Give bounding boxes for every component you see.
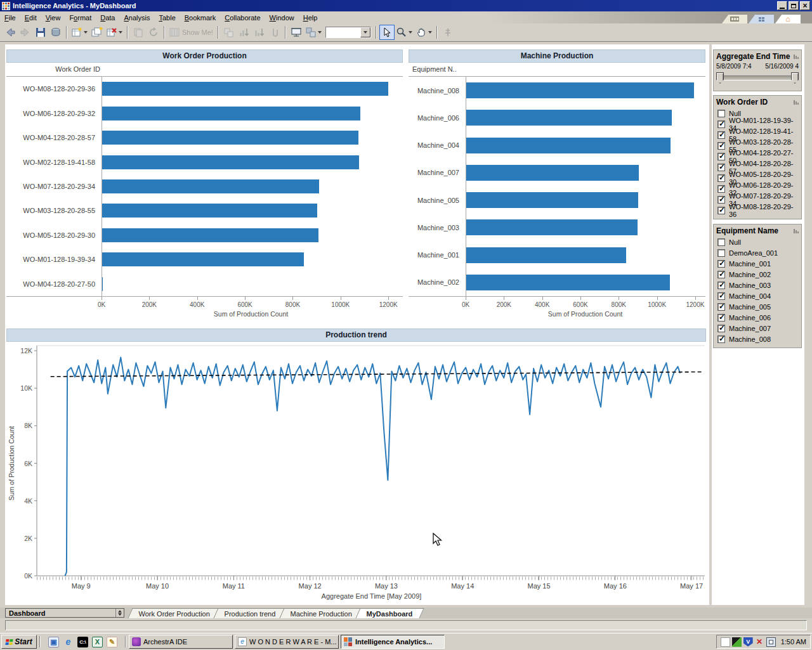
- menu-table[interactable]: Table: [154, 13, 180, 23]
- mini-chart-icon[interactable]: [794, 100, 799, 105]
- filter-checkbox-row[interactable]: Machine_003: [716, 280, 799, 290]
- checkbox[interactable]: [717, 174, 725, 182]
- bar[interactable]: [466, 82, 694, 98]
- checkbox[interactable]: [717, 185, 725, 193]
- task-button-ie-doc[interactable]: eW O N D E R W A R E - M...: [235, 635, 339, 649]
- bar[interactable]: [466, 219, 638, 235]
- presentation-mode-button[interactable]: [289, 25, 304, 40]
- checkbox[interactable]: [717, 142, 725, 150]
- checkbox[interactable]: [717, 249, 725, 257]
- start-button[interactable]: Start: [1, 635, 37, 649]
- task-button-analytics[interactable]: Intelligence Analytics...: [341, 635, 445, 649]
- checkbox[interactable]: [717, 271, 725, 278]
- checkbox[interactable]: [717, 238, 725, 246]
- grid-view-tab[interactable]: [749, 14, 774, 23]
- filter-checkbox-row[interactable]: DemoArea_001: [716, 247, 799, 258]
- checkbox[interactable]: [717, 110, 725, 117]
- selector-spinner[interactable]: [115, 609, 124, 617]
- checkbox[interactable]: [717, 292, 725, 300]
- checkbox[interactable]: [717, 260, 725, 268]
- checkbox[interactable]: [717, 325, 725, 332]
- checkbox[interactable]: [717, 164, 725, 171]
- excel-icon[interactable]: X: [92, 637, 103, 647]
- checkbox[interactable]: [717, 196, 725, 204]
- filter-checkbox-row[interactable]: Machine_007: [716, 323, 799, 334]
- duplicate-worksheet-button[interactable]: [89, 25, 105, 40]
- menu-window[interactable]: Window: [265, 13, 299, 23]
- tray-vm-icon[interactable]: [766, 637, 776, 647]
- task-button-archestra[interactable]: ArchestrA IDE: [129, 635, 233, 649]
- checkbox[interactable]: [717, 153, 725, 160]
- checkbox[interactable]: [717, 335, 725, 343]
- close-button[interactable]: ×: [800, 1, 810, 10]
- connect-to-data-button[interactable]: [48, 25, 63, 40]
- menu-collaborate[interactable]: Collaborate: [220, 13, 265, 23]
- filter-checkbox-row[interactable]: Machine_006: [716, 312, 799, 323]
- bar[interactable]: [102, 82, 388, 96]
- tray-analytics-icon[interactable]: [721, 637, 730, 647]
- checkbox[interactable]: [717, 282, 725, 289]
- sheet-tab-mydashboard[interactable]: MyDashboard: [356, 608, 424, 618]
- combobox-dropdown-button[interactable]: [360, 27, 370, 37]
- tray-flag-icon[interactable]: [732, 637, 742, 647]
- menu-view[interactable]: View: [41, 13, 65, 23]
- checkbox[interactable]: [717, 120, 725, 128]
- minimize-button[interactable]: [777, 1, 787, 10]
- bar[interactable]: [466, 138, 671, 153]
- bar[interactable]: [466, 110, 672, 126]
- filter-checkbox-row[interactable]: Machine_002: [716, 269, 799, 280]
- slider-handle-start[interactable]: [716, 72, 724, 84]
- bar[interactable]: [102, 131, 358, 145]
- bar[interactable]: [466, 192, 638, 208]
- checkbox[interactable]: [717, 207, 725, 214]
- menu-edit[interactable]: Edit: [20, 13, 41, 23]
- dashboard-selector[interactable]: Dashboard: [5, 608, 124, 618]
- new-worksheet-button[interactable]: [70, 25, 89, 40]
- sheet-tab-production-trend[interactable]: Production trend: [214, 608, 287, 618]
- bar[interactable]: [466, 165, 639, 181]
- sheet-tab-machine-production[interactable]: Machine Production: [279, 608, 363, 618]
- delete-worksheet-button[interactable]: [105, 25, 124, 40]
- tray-shield-icon[interactable]: V: [743, 637, 753, 647]
- checkbox[interactable]: [717, 314, 725, 322]
- toolbar-combobox[interactable]: [325, 27, 371, 38]
- bar[interactable]: [466, 275, 670, 290]
- sheet-tab-work-order-production[interactable]: Work Order Production: [128, 608, 221, 618]
- bar[interactable]: [102, 107, 360, 120]
- mini-chart-icon[interactable]: [794, 229, 799, 233]
- tray-mute-icon[interactable]: ✕: [755, 637, 764, 647]
- trend-line-chart[interactable]: 0K2K4K6K8K10K12KMay 9May 10May 11May 12M…: [6, 342, 705, 602]
- menu-help[interactable]: Help: [299, 13, 322, 23]
- menu-format[interactable]: Format: [65, 13, 96, 23]
- restore-button[interactable]: [789, 1, 799, 10]
- bar[interactable]: [102, 155, 359, 169]
- bar[interactable]: [102, 252, 304, 266]
- fit-layout-button[interactable]: [304, 25, 324, 40]
- filter-checkbox-row[interactable]: Machine_008: [716, 334, 799, 344]
- desktop-icon[interactable]: ▣: [48, 637, 59, 647]
- internet-explorer-icon[interactable]: e: [63, 637, 74, 647]
- home-view-tab[interactable]: ⌂: [775, 14, 801, 23]
- slider-handle-end[interactable]: [791, 72, 799, 84]
- toolbar-combobox-input[interactable]: [326, 27, 360, 37]
- save-button[interactable]: [33, 25, 48, 40]
- filter-checkbox-row[interactable]: Machine_004: [716, 290, 799, 301]
- pan-tool-button[interactable]: [414, 25, 434, 40]
- menu-file[interactable]: File: [0, 13, 20, 23]
- filter-checkbox-row[interactable]: Machine_001: [716, 258, 799, 269]
- filter-checkbox-row[interactable]: WO-M08-128-20-29-36: [716, 205, 799, 216]
- bar[interactable]: [466, 247, 626, 263]
- bar[interactable]: [102, 204, 317, 218]
- editor-icon[interactable]: ✎: [107, 637, 117, 647]
- zoom-tool-button[interactable]: [395, 25, 414, 40]
- filmstrip-view-tab[interactable]: [722, 14, 747, 23]
- checkbox[interactable]: [717, 303, 725, 311]
- back-button[interactable]: [3, 25, 18, 40]
- menu-data[interactable]: Data: [96, 13, 119, 23]
- menu-analysis[interactable]: Analysis: [119, 13, 154, 23]
- bar[interactable]: [102, 228, 318, 242]
- command-prompt-icon[interactable]: C:\: [77, 637, 88, 647]
- select-tool-button[interactable]: [379, 25, 395, 40]
- checkbox[interactable]: [717, 131, 725, 139]
- mini-chart-icon[interactable]: [794, 55, 799, 59]
